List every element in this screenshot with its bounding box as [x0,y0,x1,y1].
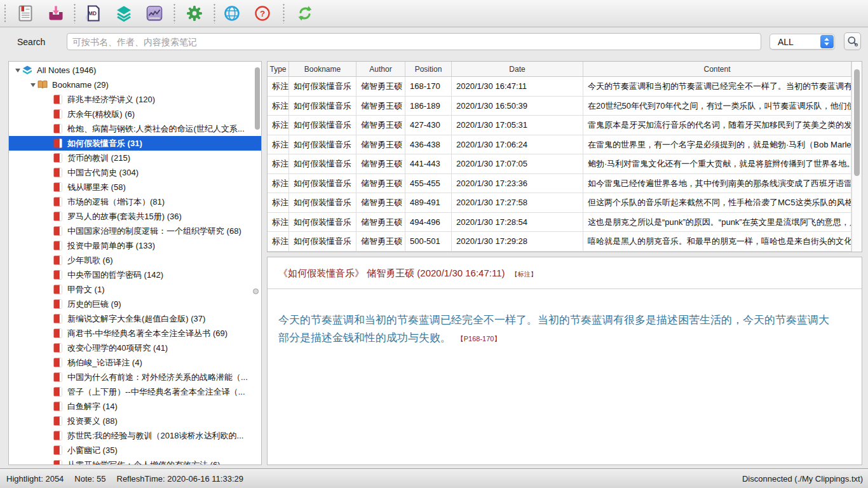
sidebar-tree-item[interactable]: 货币的教训 (215) [9,151,261,165]
note-table-row[interactable]: 标注 如何假装懂音乐 储智勇王硕 436-438 2020/1/30 17:06… [268,135,851,155]
sidebar-tree-item-label: 历史的巨镜 (9) [65,299,121,310]
sidebar-tree-item-label: 中国古代简史 (304) [65,167,139,179]
search-button[interactable] [844,32,861,50]
statistics-button[interactable] [144,3,165,24]
sidebar-tree-item[interactable]: 从零开始学写作：个人增值的有效方法 (6) [9,458,261,465]
book-icon [53,212,63,221]
import-clippings-icon [47,4,65,22]
column-header-content[interactable]: Content [583,62,851,76]
column-header-date[interactable]: Date [452,62,583,76]
column-header-bookname[interactable]: Bookname [289,62,356,76]
column-header-author[interactable]: Author [356,62,405,76]
note-table-row[interactable]: 标注 如何假装懂音乐 储智勇王硕 427-430 2020/1/30 17:05… [268,116,851,135]
sidebar-tree-item[interactable]: 中央帝国的哲学密码 (142) [9,268,261,282]
sidebar-tree-item[interactable]: 甲骨文 (1) [9,282,261,297]
cell-content: 但这两个乐队的音乐听起来截然不同，性手枪沿袭了MC5这类乐队的风格，冲撞... [583,193,851,212]
refresh-sync-icon [296,4,314,22]
search-label: Search [17,37,45,47]
disclosure-triangle-icon[interactable] [28,83,37,87]
sidebar-tree-item-label: 钱从哪里来 (58) [65,182,126,193]
sidebar-tree-item[interactable]: 历史的巨镜 (9) [9,297,261,311]
book-icon [53,255,63,265]
sidebar-tree-item[interactable]: 商君书-中华经典名著全本全注全译丛书 (69) [9,326,261,341]
cell-position: 489-491 [405,193,452,212]
layers-button[interactable] [114,3,134,24]
note-table-row[interactable]: 标注 如何假装懂音乐 储智勇王硕 186-189 2020/1/30 16:50… [268,97,851,116]
table-scrollbar[interactable] [851,62,862,252]
sidebar-tree-item-label: 庆余年(精校版) (6) [65,109,135,120]
sidebar-tree-item[interactable]: 投资中最简单的事 (133) [9,238,261,253]
web-button[interactable] [222,3,242,24]
sidebar-tree-item[interactable]: 杨伯峻_论语译注 (4) [9,355,261,370]
sidebar: All Notes (1946) Bookname (29) 薛兆丰经济学讲义 … [8,61,262,465]
book-icon [53,402,63,411]
cell-type: 标注 [268,213,289,232]
cell-position: 168-170 [405,77,452,96]
import-clippings-button[interactable] [46,3,66,24]
cell-author: 储智勇王硕 [356,232,405,251]
note-table-row[interactable]: 标注 如何假装懂音乐 储智勇王硕 494-496 2020/1/30 17:28… [268,213,851,233]
book-icon [53,445,63,455]
settings-gear-icon [186,4,203,22]
notes-table-header: Type Bookname Author Position Date Conte… [268,62,851,77]
sidebar-tree-item-label: 中央帝国的哲学密码 (142) [65,269,163,281]
sidebar-tree-item[interactable]: 市场的逻辑（增订本）(81) [9,194,261,209]
sidebar-tree-item[interactable]: 新编说文解字大全集(超值白金版) (37) [9,311,261,326]
book-icon [53,299,63,309]
refresh-button[interactable] [295,3,315,24]
cell-bookname: 如何假装懂音乐 [289,154,356,173]
sidebar-tree-item[interactable]: All Notes (1946) [9,63,261,78]
search-input[interactable] [67,33,761,50]
sidebar-tree-item[interactable]: 少年凯歌 (6) [9,253,261,268]
sidebar-tree-item[interactable]: Bookname (29) [9,78,261,92]
splitter-handle[interactable] [253,288,259,294]
cell-date: 2020/1/30 16:47:11 [452,77,583,96]
column-header-position[interactable]: Position [405,62,452,76]
book-icon [53,343,63,353]
cell-content: 鲍勃·马利对雷鬼文化还有一个重大贡献，就是将脏辫传播到了世界各地。关于为... [583,154,851,173]
cell-type: 标注 [268,97,289,116]
book-icon [53,460,63,465]
sidebar-tree-item[interactable]: 苏世民:我的经验与教训（2018读桥水达利欧的... [9,428,261,443]
sidebar-tree-item[interactable]: 白鱼解字 (14) [9,399,261,414]
column-header-type[interactable]: Type [268,62,289,76]
sidebar-tree-item-label: 管子（上下册）--中华经典名著全本全注全译（... [65,386,245,398]
note-type-filter-dropdown[interactable]: ALL [770,34,835,50]
cell-author: 储智勇王硕 [356,97,405,116]
sidebar-tree-item[interactable]: 中国古代简史 (304) [9,165,261,180]
settings-button[interactable] [184,3,205,24]
help-button[interactable]: ? [252,3,273,24]
sidebar-tree-item[interactable]: 投资要义 (88) [9,414,261,428]
sidebar-scrollbar[interactable] [255,67,260,130]
cell-bookname: 如何假装懂音乐 [289,77,356,96]
note-table-row[interactable]: 标注 如何假装懂音乐 储智勇王硕 500-501 2020/1/30 17:29… [268,232,851,252]
sidebar-tree-item[interactable]: 小窗幽记 (35) [9,443,261,458]
all-notes-stack-icon [22,65,32,75]
sidebar-tree-item[interactable]: 罗马人的故事(套装共15册) (36) [9,209,261,224]
sidebar-tree-item[interactable]: 钱从哪里来 (58) [9,180,261,194]
table-scrollbar-thumb[interactable] [854,69,860,176]
note-table-row[interactable]: 标注 如何假装懂音乐 储智勇王硕 489-491 2020/1/30 17:27… [268,193,851,213]
sidebar-tree-item[interactable]: 改变心理学的40项研究 (41) [9,341,261,355]
disclosure-triangle-icon[interactable] [13,69,22,72]
book-icon [53,358,63,367]
sidebar-tree-item[interactable]: 枪炮、病菌与钢铁:人类社会的命运(世纪人文系... [9,121,261,136]
sidebar-tree-item[interactable]: 中国国家治理的制度逻辑：一个组织学研究 (68) [9,224,261,238]
sidebar-tree-item[interactable]: 薛兆丰经济学讲义 (120) [9,92,261,107]
book-tree: All Notes (1946) Bookname (29) 薛兆丰经济学讲义 … [9,62,261,465]
sidebar-tree-item[interactable]: 庆余年(精校版) (6) [9,107,261,121]
note-table-row[interactable]: 标注 如何假装懂音乐 储智勇王硕 441-443 2020/1/30 17:07… [268,154,851,174]
cell-bookname: 如何假装懂音乐 [289,193,356,212]
detail-divider [268,288,862,289]
notes-document-button[interactable] [15,3,36,24]
sidebar-tree-item[interactable]: 管子（上下册）--中华经典名著全本全注全译（... [9,384,261,399]
cell-bookname: 如何假装懂音乐 [289,174,356,193]
cell-type: 标注 [268,135,289,154]
note-table-row[interactable]: 标注 如何假装懂音乐 储智勇王硕 168-170 2020/1/30 16:47… [268,77,851,97]
sidebar-tree-item[interactable]: 中国为什么有前途：对外经济关系的战略潜能（... [9,370,261,384]
cell-date: 2020/1/30 17:07:05 [452,154,583,173]
cell-content: 今天的节奏蓝调和当初的节奏蓝调已经完全不一样了。当初的节奏蓝调有很多是描... [583,77,851,96]
markdown-export-button[interactable]: MD [83,3,104,24]
sidebar-tree-item[interactable]: 如何假装懂音乐 (31) [9,136,261,151]
note-table-row[interactable]: 标注 如何假装懂音乐 储智勇王硕 455-455 2020/1/30 17:23… [268,174,851,194]
